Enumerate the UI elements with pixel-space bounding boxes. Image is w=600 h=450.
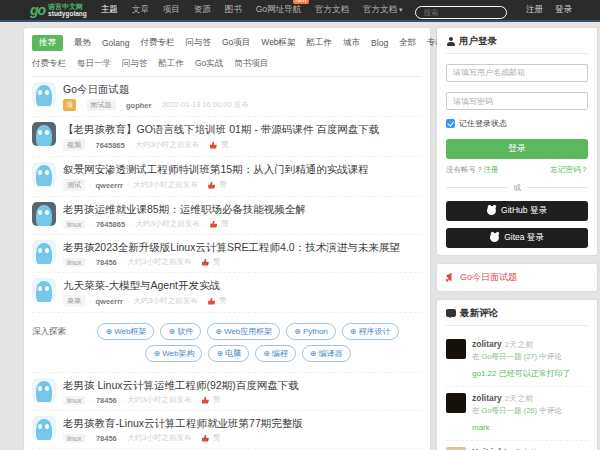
author-link[interactable]: qweerrr xyxy=(96,181,124,190)
nav-official-docs[interactable]: 官方文档 xyxy=(363,4,403,16)
commenter-name[interactable]: zolitary xyxy=(472,339,502,349)
author-link[interactable]: 78456 xyxy=(96,434,117,443)
explore-tag[interactable]: ⊕软件 xyxy=(160,323,201,340)
author-link[interactable]: 78456 xyxy=(96,258,117,267)
login-link[interactable]: 登录 xyxy=(555,4,572,16)
gopher-avatar[interactable] xyxy=(32,202,56,226)
tab-blog[interactable]: Blog xyxy=(371,38,388,48)
comment-text-link[interactable]: go1.22 已经可以正常打印了 xyxy=(472,369,571,378)
node-badge[interactable]: 菜菜 xyxy=(63,295,85,307)
node-badge[interactable]: linux xyxy=(63,258,85,267)
remember-checkbox[interactable] xyxy=(446,119,455,128)
register-link-side[interactable]: 注册 xyxy=(484,165,499,174)
like-icon[interactable] xyxy=(208,298,215,305)
tab-paid-column[interactable]: 付费专栏 xyxy=(140,37,174,49)
gopher-avatar[interactable] xyxy=(32,82,56,106)
explore-tag[interactable]: ⊕程序设计 xyxy=(342,323,399,340)
commenter-name[interactable]: HuiLight xyxy=(472,447,506,450)
like-icon[interactable] xyxy=(202,397,209,404)
subtab-qna[interactable]: 问与答 xyxy=(122,58,148,70)
password-field[interactable] xyxy=(446,92,588,110)
gopher-avatar[interactable] xyxy=(32,240,56,264)
comment-text-link[interactable]: mark xyxy=(472,423,490,432)
gopher-avatar[interactable] xyxy=(32,416,56,440)
subtab-go-practice[interactable]: Go实战 xyxy=(195,58,223,70)
explore-tag[interactable]: ⊕Web应用框架 xyxy=(207,323,280,340)
node-badge[interactable]: linux xyxy=(63,220,85,229)
post-title-link[interactable]: 老男孩2023全新升级版Linux云计算SRE工程师4.0：技术演进与未来展望 xyxy=(63,240,422,254)
gopher-avatar[interactable] xyxy=(32,122,56,146)
post-title-link[interactable]: 老男孩教育-Linux云计算工程师就业班第77期完整版 xyxy=(63,416,422,430)
commenter-name[interactable]: zolitary xyxy=(472,393,502,403)
tab-all[interactable]: 全部 xyxy=(399,37,416,49)
nav-go-sites[interactable]: Go网址导航NEW xyxy=(256,4,301,16)
explore-tag[interactable]: ⊕编译器 xyxy=(302,345,351,362)
like-icon[interactable] xyxy=(202,259,209,266)
post-title-link[interactable]: 【老男孩教育】GO语言线下培训班 01期 - 带源码课件 百度网盘下载 xyxy=(63,122,422,136)
gopher-avatar[interactable] xyxy=(32,162,56,186)
explore-tag[interactable]: ⊕Web框架 xyxy=(97,323,154,340)
commenter-avatar[interactable] xyxy=(446,447,466,450)
commenter-avatar[interactable] xyxy=(446,339,466,359)
post-title-link[interactable]: 叙景网安渗透测试工程师特训班第15期：从入门到精通的实战课程 xyxy=(63,162,422,176)
post-meta: 顶 面试题 gopher 2022-01-13 16:00:00 发布 xyxy=(63,99,422,111)
node-badge[interactable]: 测试 xyxy=(63,179,85,191)
comment-target-link[interactable]: Go每日一题 (26) xyxy=(482,406,537,415)
nav-projects[interactable]: 项目 xyxy=(163,4,180,16)
post-title-link[interactable]: 九天菜菜-大模型与Agent开发实战 xyxy=(63,278,422,292)
like-icon[interactable] xyxy=(202,435,209,442)
post-time: 大约3小时之前发布 xyxy=(127,257,191,267)
nav-topics[interactable]: 主题 xyxy=(101,4,118,16)
search-input[interactable] xyxy=(415,6,507,19)
explore-tag[interactable]: ⊕编程 xyxy=(255,345,296,362)
nav-books[interactable]: 图书 xyxy=(225,4,242,16)
tab-web-framework[interactable]: Web框架 xyxy=(261,37,295,49)
tab-go-projects[interactable]: Go项目 xyxy=(222,37,250,49)
node-badge[interactable]: 视频 xyxy=(63,139,85,151)
nav-resources[interactable]: 资源 xyxy=(194,4,211,16)
like-icon[interactable] xyxy=(210,142,217,149)
post-title-link[interactable]: Go今日面试题 xyxy=(63,82,422,96)
like-icon[interactable] xyxy=(208,182,215,189)
node-badge[interactable]: linux xyxy=(63,396,85,405)
tab-recommend[interactable]: 推荐 xyxy=(32,35,63,51)
commenter-avatar[interactable] xyxy=(446,393,466,413)
author-link[interactable]: gopher xyxy=(126,101,151,110)
tab-hottest[interactable]: 最热 xyxy=(74,37,91,49)
subtab-paid-column[interactable]: 付费专栏 xyxy=(32,58,66,70)
forgot-password-link[interactable]: 忘记密码？ xyxy=(551,165,589,175)
author-link[interactable]: 7645865 xyxy=(96,220,125,229)
username-field[interactable] xyxy=(446,64,588,82)
gopher-avatar[interactable] xyxy=(32,278,56,302)
post-title-link[interactable]: 老男孩 Linux云计算运维工程师(92期)百度网盘下载 xyxy=(63,378,422,392)
subtab-daily-learn[interactable]: 每日一学 xyxy=(77,58,111,70)
author-link[interactable]: qweerrr xyxy=(96,297,124,306)
node-badge[interactable]: 面试题 xyxy=(87,99,116,111)
pinned-badge: 顶 xyxy=(63,99,76,111)
explore-tag[interactable]: ⊕Web架构 xyxy=(145,345,202,362)
author-link[interactable]: 7645865 xyxy=(96,141,125,150)
gopher-avatar[interactable] xyxy=(32,378,56,402)
register-link[interactable]: 注册 xyxy=(526,4,543,16)
daily-quiz-link[interactable]: Go今日面试题 xyxy=(460,271,517,284)
tab-city[interactable]: 城市 xyxy=(343,37,360,49)
nav-articles[interactable]: 文章 xyxy=(132,4,149,16)
github-login-button[interactable]: GitHub 登录 xyxy=(446,201,588,221)
comment-item: zolitary2天之前 在 Go每日一题 (26) 中评论 mark xyxy=(446,387,588,441)
subtab-jianshu-project[interactable]: 简书项目 xyxy=(234,58,268,70)
explore-tag[interactable]: ⊕Python xyxy=(286,323,336,340)
node-badge[interactable]: linux xyxy=(63,434,85,443)
tab-qna[interactable]: 问与答 xyxy=(185,37,211,49)
tab-cool-jobs[interactable]: 酷工作 xyxy=(307,37,333,49)
post-title-link[interactable]: 老男孩运维就业课85期：运维职场必备技能视频全解 xyxy=(63,202,422,216)
tab-golang[interactable]: Golang xyxy=(102,38,129,48)
login-button[interactable]: 登录 xyxy=(446,139,588,159)
comment-target-link[interactable]: Go每日一题 (27) xyxy=(482,352,537,361)
gitea-login-button[interactable]: Gitea 登录 xyxy=(446,228,588,248)
author-link[interactable]: 78456 xyxy=(96,396,117,405)
nav-downloads[interactable]: 官方文档 xyxy=(315,4,349,16)
subtab-cool-jobs[interactable]: 酷工作 xyxy=(159,58,185,70)
explore-tag[interactable]: ⊕电脑 xyxy=(208,345,249,362)
site-logo[interactable]: go 语言中文网 studygolang xyxy=(30,2,87,18)
like-icon[interactable] xyxy=(210,221,217,228)
